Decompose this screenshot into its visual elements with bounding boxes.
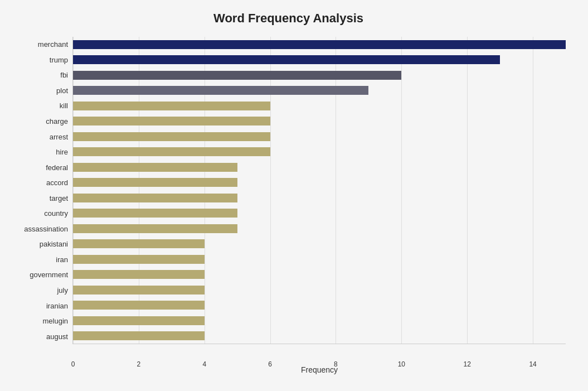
bar-row [73,83,566,99]
y-label: hire [11,148,68,156]
y-label: iranian [11,302,68,310]
bar [73,270,205,279]
bar-row [73,267,566,283]
bar [73,301,205,310]
y-label: assassination [11,225,68,233]
bar [73,40,566,49]
bar-row [73,52,566,68]
bar [73,55,500,64]
chart-container: Word Frequency Analysis merchanttrumpfbi… [0,0,588,391]
bar [73,102,270,110]
bar [73,209,237,218]
bar-row [73,114,566,129]
x-axis-title: Frequency [73,365,566,374]
bar-row [73,144,566,160]
bar-row [73,98,566,114]
bar [73,117,270,125]
y-label: target [11,195,68,202]
bar [73,71,401,80]
bar [73,86,368,95]
bar [73,255,205,264]
bar [73,147,270,156]
bar-row [73,298,566,313]
y-label: merchant [11,41,68,48]
bar-row [73,175,566,191]
bar-row [73,236,566,252]
y-label: arrest [11,133,68,141]
y-label: melugin [11,317,68,325]
y-label: trump [11,56,68,64]
bar-row [73,329,566,344]
y-label: august [11,333,68,340]
bars-area: 02468101214 Frequency [72,37,566,344]
bar [73,316,205,325]
bar-row [73,282,566,298]
bar [73,194,237,202]
bar [73,224,237,233]
bar-row [73,206,566,221]
bar-row [73,221,566,236]
chart-area: merchanttrumpfbiplotkillchargearresthire… [11,37,566,344]
bar [73,239,205,248]
y-label: iran [11,256,68,263]
chart-title: Word Frequency Analysis [11,11,566,26]
y-label: pakistani [11,240,68,248]
y-label: july [11,287,68,294]
bar-row [73,252,566,267]
bar-row [73,129,566,144]
y-label: plot [11,87,68,94]
bar-row [73,190,566,206]
y-label: fbi [11,71,68,79]
y-label: kill [11,102,68,109]
y-label: country [11,210,68,217]
bar-row [73,37,566,52]
y-axis-labels: merchanttrumpfbiplotkillchargearresthire… [11,37,72,344]
bar-row [73,67,566,83]
bar [73,163,237,172]
y-label: charge [11,118,68,125]
y-label: government [11,271,68,278]
y-label: federal [11,164,68,171]
bar-row [73,160,566,175]
bar [73,132,270,141]
bar [73,178,237,187]
y-label: accord [11,179,68,186]
bar [73,286,205,295]
bar [73,331,205,340]
bar-row [73,313,566,329]
